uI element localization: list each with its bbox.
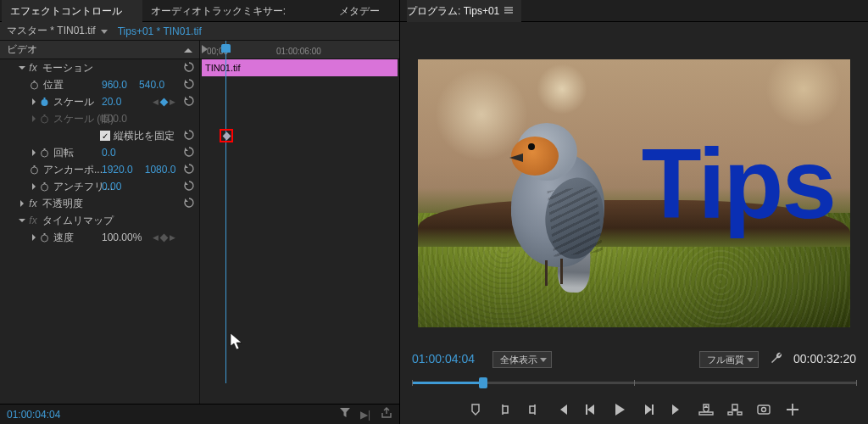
collapse-up-icon <box>184 47 192 53</box>
effect-controls-footer: 01:00:04:04 ▶| <box>0 404 399 424</box>
playhead[interactable] <box>225 41 226 383</box>
svg-point-4 <box>42 116 48 123</box>
export-icon[interactable] <box>381 408 392 421</box>
stopwatch-icon[interactable] <box>39 181 50 192</box>
bird-graphic <box>486 106 630 284</box>
lift-button[interactable] <box>696 400 716 419</box>
svg-point-6 <box>42 150 48 157</box>
go-to-in-button[interactable] <box>552 400 572 419</box>
property-tree: ビデオ fx モーション 位置 960.0540.0 スケール 20.0 <box>0 41 199 404</box>
svg-rect-5 <box>44 114 46 116</box>
stopwatch-icon[interactable] <box>39 148 50 159</box>
prop-scale-width: スケール (幅) 100.0 <box>0 110 199 127</box>
reset-icon[interactable] <box>184 130 194 142</box>
master-dropdown-icon[interactable] <box>101 25 108 37</box>
tab-effect-controls[interactable]: エフェクトコントロール <box>2 0 142 22</box>
svg-point-2 <box>42 99 48 106</box>
effect-timeline[interactable]: 00;00 01:00:06:00 TIN01.tif <box>199 41 399 404</box>
wrench-icon[interactable] <box>771 354 782 365</box>
tab-metadata[interactable]: メタデータ <box>331 0 398 22</box>
svg-rect-14 <box>586 404 587 415</box>
svg-rect-9 <box>34 165 36 167</box>
reset-icon[interactable] <box>184 96 194 109</box>
quality-select[interactable]: フル画質 <box>699 351 759 368</box>
checkbox-checked-icon[interactable]: ✓ <box>100 131 110 141</box>
program-canvas: Tips <box>418 59 850 327</box>
effect-motion[interactable]: fx モーション <box>0 59 199 76</box>
tab-audio-mixer[interactable]: オーディオトラックミキサー: Tips+01 <box>142 0 331 22</box>
reset-icon[interactable] <box>184 198 194 210</box>
video-section-header[interactable]: ビデオ <box>0 41 199 59</box>
svg-point-17 <box>762 408 766 412</box>
stopwatch-icon[interactable] <box>39 232 50 243</box>
export-frame-button[interactable] <box>754 400 774 419</box>
fx-badge-icon: fx <box>27 215 39 226</box>
svg-point-0 <box>31 82 38 89</box>
mouse-cursor-icon <box>231 333 242 353</box>
tab-program[interactable]: プログラム: Tips+01 <box>407 0 521 22</box>
svg-rect-7 <box>44 148 46 150</box>
button-editor-button[interactable] <box>782 400 803 419</box>
prop-rotation[interactable]: 回転 0.0 <box>0 144 199 161</box>
prop-speed[interactable]: 速度 100.00% ◀▶ <box>0 229 199 246</box>
master-clip-row: マスター * TIN01.tif Tips+01 * TIN01.tif <box>0 22 399 41</box>
title-overlay: Tips <box>642 127 835 241</box>
prop-lock-aspect[interactable]: ✓ 縦横比を固定 <box>0 127 199 144</box>
stopwatch-icon[interactable] <box>29 80 40 91</box>
effect-timeremap[interactable]: fx タイムリマップ <box>0 212 199 229</box>
footer-timecode[interactable]: 01:00:04:04 <box>7 409 60 421</box>
master-label: マスター * TIN01.tif <box>7 24 96 38</box>
prop-anchor[interactable]: アンカーポ... 1920.01080.0 <box>0 161 199 178</box>
reset-icon[interactable] <box>184 62 194 75</box>
clip-bar[interactable]: TIN01.tif <box>202 59 398 76</box>
prop-scale[interactable]: スケール 20.0 ◀▶ <box>0 93 199 110</box>
stopwatch-active-icon[interactable] <box>39 97 50 108</box>
svg-point-10 <box>42 184 48 191</box>
prop-antiflicker[interactable]: アンチフリ... 0.00 <box>0 178 199 195</box>
step-back-button[interactable] <box>581 400 601 419</box>
reset-icon[interactable] <box>184 147 194 159</box>
scrub-thumb[interactable] <box>479 377 487 388</box>
effect-controls-panel: エフェクトコントロール オーディオトラックミキサー: Tips+01 メタデータ… <box>0 0 400 424</box>
program-viewer[interactable]: Tips <box>400 22 868 348</box>
svg-rect-16 <box>758 405 770 414</box>
fx-badge-icon: fx <box>27 198 39 209</box>
scale-keyframe-highlight[interactable] <box>220 129 233 142</box>
go-to-out-button[interactable] <box>667 400 687 419</box>
svg-rect-1 <box>34 81 36 82</box>
current-timecode[interactable]: 01:00:04:04 <box>412 352 475 365</box>
program-monitor-panel: プログラム: Tips+01 Tips 01:00:04:04 全体表示 フル画… <box>400 0 868 424</box>
clip-name-link[interactable]: Tips+01 * TIN01.tif <box>118 25 202 37</box>
left-tab-bar: エフェクトコントロール オーディオトラックミキサー: Tips+01 メタデータ <box>0 0 399 22</box>
monitor-info-row: 01:00:04:04 全体表示 フル画質 00:00:32:20 <box>400 348 868 371</box>
reset-icon[interactable] <box>184 79 194 92</box>
svg-rect-15 <box>652 404 654 415</box>
keyframe-nav[interactable]: ◀▶ <box>153 98 175 106</box>
svg-rect-13 <box>44 233 46 235</box>
fx-badge-icon: fx <box>27 62 39 74</box>
mark-out-button[interactable] <box>523 400 543 419</box>
svg-point-8 <box>31 167 38 174</box>
svg-point-12 <box>42 235 48 242</box>
mark-in-button[interactable] <box>494 400 515 419</box>
duration-timecode: 00:00:32:20 <box>793 352 856 365</box>
zoom-select[interactable]: 全体表示 <box>492 351 552 368</box>
keyframe-nav[interactable]: ◀▶ <box>153 233 175 242</box>
step-forward-button[interactable] <box>638 400 659 419</box>
panel-menu-icon[interactable] <box>504 0 513 22</box>
reset-icon[interactable] <box>184 164 194 176</box>
effect-opacity[interactable]: fx 不透明度 <box>0 195 199 212</box>
scrub-bar[interactable] <box>412 375 856 392</box>
stopwatch-icon[interactable] <box>29 165 40 176</box>
extract-button[interactable] <box>725 400 745 419</box>
filter-icon[interactable] <box>340 408 350 421</box>
svg-rect-11 <box>44 182 46 184</box>
step-back-icon[interactable]: ▶| <box>360 409 370 421</box>
svg-rect-3 <box>44 98 46 99</box>
prop-position[interactable]: 位置 960.0540.0 <box>0 76 199 93</box>
play-button[interactable] <box>609 400 630 419</box>
right-tab-bar: プログラム: Tips+01 <box>400 0 868 22</box>
add-marker-button[interactable] <box>465 400 486 419</box>
reset-icon[interactable] <box>184 181 194 193</box>
transport-controls <box>400 395 868 424</box>
